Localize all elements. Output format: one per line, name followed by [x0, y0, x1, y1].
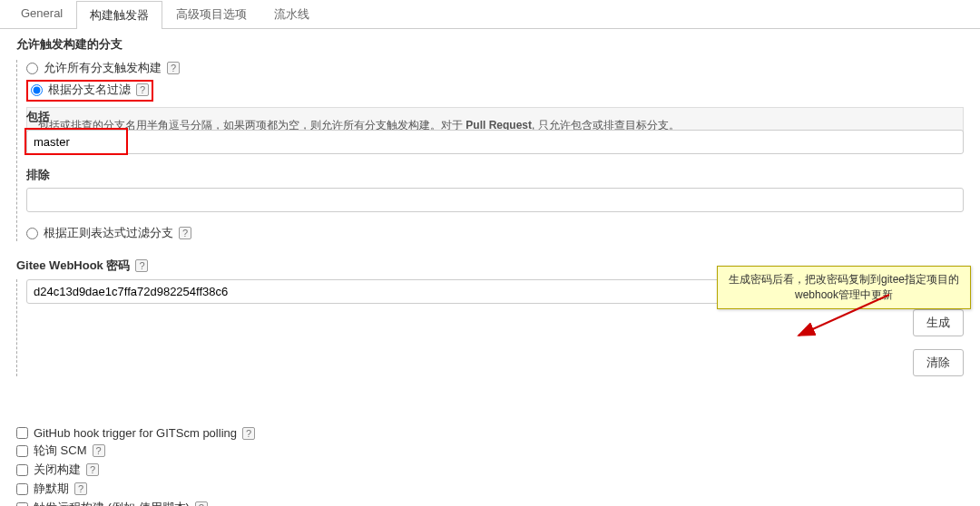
exclude-label: 排除: [26, 167, 964, 183]
help-icon[interactable]: ?: [179, 227, 191, 239]
checkbox-github-label: GitHub hook trigger for GITScm polling: [34, 426, 237, 440]
radio-all-branches[interactable]: [26, 63, 38, 74]
radio-all-branches-row[interactable]: 允许所有分支触发构建 ?: [26, 60, 964, 76]
radio-regex[interactable]: [26, 228, 38, 239]
help-icon[interactable]: ?: [242, 427, 255, 440]
tab-general[interactable]: General: [7, 0, 76, 28]
tab-bar: General 构建触发器 高级项目选项 流水线: [0, 0, 980, 29]
webhook-label: Gitee WebHook 密码: [16, 258, 130, 274]
help-icon[interactable]: ?: [86, 463, 99, 476]
radio-filter-branches-row[interactable]: 根据分支名过滤 ?: [26, 80, 964, 102]
include-input-full[interactable]: [26, 130, 964, 154]
red-highlight-filter: 根据分支名过滤 ?: [26, 80, 153, 102]
exclude-input[interactable]: [26, 188, 964, 212]
clear-button[interactable]: 清除: [913, 349, 964, 376]
checkbox-quiet-label: 静默期: [34, 481, 69, 497]
checkbox-closebuild-row[interactable]: 关闭构建 ?: [16, 462, 964, 478]
help-icon[interactable]: ?: [135, 259, 148, 272]
checkbox-github-row[interactable]: GitHub hook trigger for GITScm polling ?: [16, 426, 964, 440]
checkbox-remote-label: 触发远程构建 (例如,使用脚本): [34, 500, 190, 506]
tab-pipeline[interactable]: 流水线: [260, 0, 323, 28]
checkbox-remote[interactable]: [16, 502, 28, 507]
tab-advanced[interactable]: 高级项目选项: [162, 0, 260, 28]
checkbox-github[interactable]: [16, 427, 28, 439]
checkbox-pollscm-label: 轮询 SCM: [34, 443, 87, 459]
help-icon[interactable]: ?: [74, 482, 87, 495]
branch-section-title: 允许触发构建的分支: [16, 36, 964, 53]
tab-triggers[interactable]: 构建触发器: [76, 1, 162, 29]
generate-button[interactable]: 生成: [913, 309, 964, 336]
checkbox-closebuild[interactable]: [16, 464, 28, 476]
checkbox-pollscm[interactable]: [16, 445, 28, 457]
checkbox-remote-row[interactable]: 触发远程构建 (例如,使用脚本) ?: [16, 500, 964, 506]
radio-regex-label: 根据正则表达式过滤分支: [44, 225, 173, 241]
help-icon[interactable]: ?: [167, 62, 180, 74]
help-icon[interactable]: ?: [93, 444, 105, 457]
checkbox-pollscm-row[interactable]: 轮询 SCM ?: [16, 443, 964, 459]
help-icon[interactable]: ?: [195, 501, 208, 506]
annotation-callout: 生成密码后看，把改密码复制到gitee指定项目的webhook管理中更新: [717, 266, 971, 309]
radio-all-branches-label: 允许所有分支触发构建: [44, 60, 162, 76]
radio-regex-row[interactable]: 根据正则表达式过滤分支 ?: [26, 225, 964, 241]
checkbox-quiet[interactable]: [16, 483, 28, 495]
checkbox-closebuild-label: 关闭构建: [34, 462, 81, 478]
radio-filter-branches-label: 根据分支名过滤: [48, 82, 131, 98]
checkbox-quiet-row[interactable]: 静默期 ?: [16, 481, 964, 497]
help-icon[interactable]: ?: [136, 83, 149, 96]
radio-filter-branches[interactable]: [31, 84, 43, 96]
